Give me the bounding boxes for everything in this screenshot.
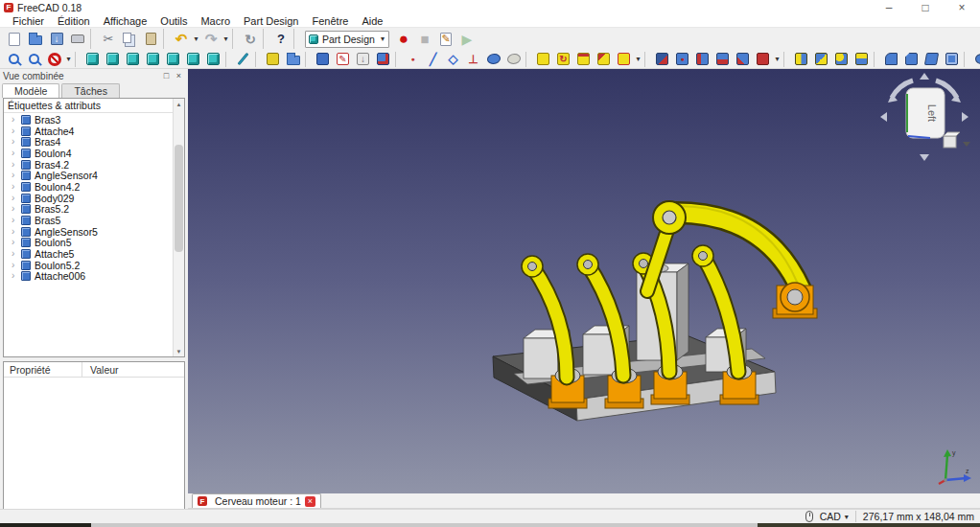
mirrored-button[interactable] xyxy=(791,50,811,69)
scroll-down-icon[interactable]: ▼ xyxy=(174,346,184,356)
cut-button[interactable]: ✂ xyxy=(98,29,119,49)
panel-tab[interactable]: Modèle xyxy=(2,83,59,98)
undo-dropdown[interactable]: ▾ xyxy=(192,29,200,49)
paste-button[interactable] xyxy=(140,29,161,49)
expander-icon[interactable] xyxy=(12,194,20,203)
tree-item[interactable]: Bras5.2 xyxy=(4,204,173,216)
rear-view-button[interactable] xyxy=(163,50,183,69)
create-part-button[interactable] xyxy=(263,50,283,69)
document-tab[interactable]: Cerveau moteur : 1 × xyxy=(192,493,321,508)
additive-primitive-dropdown[interactable]: ▾ xyxy=(634,50,642,69)
expander-icon[interactable] xyxy=(12,182,20,192)
edit-sketch-button[interactable]: ↓ xyxy=(353,50,373,69)
tree-item[interactable]: AngleSensor5 xyxy=(4,226,173,238)
menu-item[interactable]: Fenêtre xyxy=(306,15,356,27)
tree-item[interactable]: Attache5 xyxy=(4,248,173,260)
copy-button[interactable] xyxy=(119,29,140,49)
new-file-button[interactable] xyxy=(4,29,25,49)
subtractive-loft-button[interactable] xyxy=(712,50,733,69)
tree-item[interactable]: Attache4 xyxy=(4,126,173,137)
menu-item[interactable]: Macro xyxy=(194,15,237,27)
tree-item[interactable]: Body029 xyxy=(4,193,173,204)
front-view-button[interactable] xyxy=(103,50,123,69)
subtractive-primitive-dropdown[interactable]: ▾ xyxy=(773,50,782,69)
left-view-button[interactable] xyxy=(203,50,223,69)
datum-point-button[interactable]: ● xyxy=(403,50,423,69)
axonometric-view-button[interactable] xyxy=(82,50,103,69)
tree-item[interactable]: Bras4 xyxy=(4,136,173,148)
menu-item[interactable]: Outils xyxy=(153,15,194,27)
tree-item[interactable]: Boulon4.2 xyxy=(4,181,173,193)
top-view-button[interactable] xyxy=(123,50,143,69)
draft-button[interactable] xyxy=(922,50,942,69)
menu-item[interactable]: Fichier xyxy=(6,15,51,27)
expander-icon[interactable] xyxy=(12,204,20,214)
datum-plane-button[interactable]: ◇ xyxy=(443,50,463,69)
subtractive-primitive-button[interactable] xyxy=(753,50,773,69)
local-cs-button[interactable]: ⊥ xyxy=(463,50,483,69)
tree-item[interactable]: Bras5 xyxy=(4,215,173,226)
shape-binder-button[interactable] xyxy=(483,50,503,69)
open-file-button[interactable] xyxy=(25,29,46,49)
create-body-button[interactable] xyxy=(313,50,333,69)
maximize-button[interactable]: □ xyxy=(907,0,944,14)
macro-edit-button[interactable]: ✎ xyxy=(435,29,456,49)
panel-tab[interactable]: Tâches xyxy=(61,83,119,98)
save-button[interactable]: ↓ xyxy=(46,29,67,49)
subtractive-pipe-button[interactable] xyxy=(733,50,753,69)
redo-dropdown[interactable]: ▾ xyxy=(222,29,230,49)
tree-item[interactable]: Boulon5.2 xyxy=(4,260,173,271)
zoom-button[interactable] xyxy=(24,50,44,69)
tree-scrollbar[interactable]: ▲ ▼ xyxy=(173,99,184,356)
bottom-view-button[interactable] xyxy=(183,50,203,69)
multi-transform-button[interactable] xyxy=(852,50,872,69)
close-panel-icon[interactable]: × xyxy=(173,71,185,80)
tree-item[interactable]: Boulon5 xyxy=(4,238,173,249)
clone-button[interactable] xyxy=(503,50,524,69)
nav-style-selector[interactable]: CAD xyxy=(820,511,841,522)
thickness-button[interactable] xyxy=(942,50,962,69)
minimize-button[interactable]: – xyxy=(871,0,907,14)
menu-item[interactable]: Édition xyxy=(51,15,97,27)
tree-item[interactable]: Bras4.2 xyxy=(4,159,173,171)
create-group-button[interactable] xyxy=(283,50,303,69)
menu-item[interactable]: Affichage xyxy=(97,15,154,27)
expander-icon[interactable] xyxy=(12,249,20,259)
create-sketch-button[interactable]: ✎ xyxy=(333,50,353,69)
chamfer-button[interactable] xyxy=(901,50,922,69)
tree-item[interactable]: AngleSensor4 xyxy=(4,170,173,181)
scrollbar-thumb[interactable] xyxy=(175,145,183,252)
float-panel-icon[interactable]: □ xyxy=(160,71,173,80)
navigation-cube[interactable]: Left xyxy=(875,73,974,165)
expander-icon[interactable] xyxy=(12,126,20,136)
tree-item[interactable]: Boulon4 xyxy=(4,148,173,159)
expander-icon[interactable] xyxy=(12,216,20,225)
redo-button[interactable]: ↷ xyxy=(200,29,222,49)
close-document-icon[interactable]: × xyxy=(305,496,315,507)
additive-loft-button[interactable] xyxy=(573,50,594,69)
fillet-button[interactable] xyxy=(881,50,901,69)
expander-icon[interactable] xyxy=(12,227,20,237)
undo-button[interactable]: ↶ xyxy=(171,29,192,49)
pad-button[interactable] xyxy=(533,50,553,69)
expander-icon[interactable] xyxy=(12,149,20,158)
groove-button[interactable] xyxy=(692,50,712,69)
expander-icon[interactable] xyxy=(12,171,20,180)
print-button[interactable] xyxy=(67,29,88,49)
menu-item[interactable]: Part Design xyxy=(237,15,305,27)
linear-pattern-button[interactable] xyxy=(811,50,831,69)
expander-icon[interactable] xyxy=(12,271,20,281)
revolution-button[interactable]: ↻ xyxy=(553,50,573,69)
expander-icon[interactable] xyxy=(12,160,20,170)
refresh-button[interactable]: ↻ xyxy=(240,29,261,49)
tree-item[interactable]: Attache006 xyxy=(4,271,173,283)
menu-item[interactable]: Aide xyxy=(355,15,389,27)
macro-play-button[interactable]: ▶ xyxy=(456,29,478,49)
close-button[interactable]: × xyxy=(944,0,980,14)
additive-primitive-button[interactable] xyxy=(614,50,634,69)
macro-record-button[interactable]: ● xyxy=(393,29,414,49)
hole-button[interactable]: ● xyxy=(672,50,692,69)
draw-style-dropdown[interactable]: ▾ xyxy=(64,50,73,69)
3d-viewport[interactable]: Left y z xyxy=(188,69,980,493)
datum-line-button[interactable]: ╱ xyxy=(423,50,443,69)
